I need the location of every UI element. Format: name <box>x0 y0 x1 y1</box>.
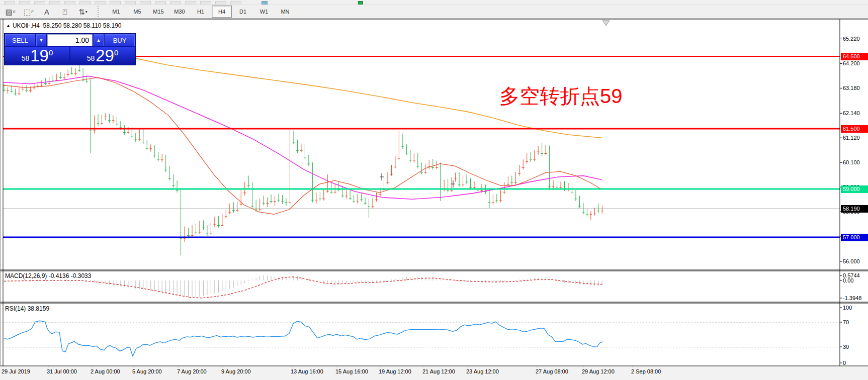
candle-body <box>11 91 13 92</box>
timeframe-button-m30[interactable]: M30 <box>169 6 190 18</box>
buy-button[interactable]: BUY <box>105 34 135 46</box>
candle-body <box>243 193 246 193</box>
candle-body <box>398 158 400 159</box>
collapse-triangle-icon[interactable]: ▲ <box>6 23 11 28</box>
price-axis-tick-label: 65.220 <box>843 36 860 42</box>
timeframe-button-h1[interactable]: H1 <box>191 6 211 18</box>
rsi-axis-tick-label: 70 <box>843 319 849 325</box>
toolbar-separator <box>98 6 102 17</box>
candle-body <box>240 204 242 205</box>
candle-body <box>63 77 65 78</box>
candle-body <box>101 123 103 124</box>
candle-body <box>413 160 415 160</box>
volume-increase-button[interactable]: ▲ <box>94 34 104 46</box>
timeframe-button-m1[interactable]: M1 <box>106 6 126 18</box>
text-label-icon[interactable]: A <box>39 6 54 17</box>
candle-body <box>206 233 208 233</box>
candle-body <box>176 190 179 191</box>
candle-body <box>108 120 111 121</box>
price-axis-tick-label: 60.100 <box>843 159 860 165</box>
sell-price-big: 19 <box>30 47 49 64</box>
toolbar-top-button-stub[interactable] <box>230 1 241 5</box>
candle-body <box>184 238 186 239</box>
symbol-period-label: UKOil-,H4 <box>13 22 40 29</box>
rsi-axis-tick-label: 0 <box>843 360 846 366</box>
candle-body <box>409 160 411 160</box>
candle-body <box>153 156 156 156</box>
candle-body <box>503 192 505 193</box>
toolbar-top-button-stub[interactable] <box>34 1 45 5</box>
candle-body <box>349 198 352 199</box>
candle-body <box>571 192 573 193</box>
toolbar-top-button-stub[interactable] <box>170 1 181 5</box>
toolbar-top-button-stub[interactable] <box>125 1 136 5</box>
sell-price-tile[interactable]: 58 19 0 <box>5 47 69 64</box>
toolbar-top-button-stub[interactable] <box>155 1 166 5</box>
candle-body <box>67 74 69 75</box>
timeframe-button-m15[interactable]: M15 <box>148 6 168 18</box>
macd-axis-tick-label: -1.3948 <box>843 295 861 301</box>
toolbar-top-button-stub[interactable] <box>200 1 211 5</box>
candle-body <box>187 235 190 236</box>
candle-body <box>138 140 141 140</box>
buy-price-tile[interactable]: 58 29 0 <box>70 47 135 64</box>
timeframe-button-w1[interactable]: W1 <box>254 6 274 18</box>
toolbar-top-button-stub[interactable] <box>110 1 121 5</box>
timeframe-button-d1[interactable]: D1 <box>233 6 253 18</box>
sell-button[interactable]: SELL <box>5 34 35 46</box>
ohlc-values: 58.250 58.280 58.110 58.190 <box>43 22 122 29</box>
candle-body <box>401 146 404 147</box>
timeframe-button-h4[interactable]: H4 <box>212 6 232 18</box>
candle-body <box>48 83 50 84</box>
candle-body <box>507 184 509 184</box>
candle-body <box>247 185 250 186</box>
candle-body <box>263 203 265 204</box>
candle-body <box>7 90 9 90</box>
toolbar-top-button-stub[interactable] <box>19 1 30 5</box>
candle-body <box>428 166 430 166</box>
sell-price-small: 58 <box>22 54 30 62</box>
chinese-annotation-text: 多空转折点59 <box>499 85 623 107</box>
toolbar-top-teal-indicator[interactable] <box>262 1 268 5</box>
toolbar-top-green-indicator[interactable] <box>358 1 363 5</box>
candle-body <box>416 166 419 166</box>
indicator-hatch-icon[interactable]: ▨E <box>3 6 18 17</box>
candle-body <box>232 210 235 211</box>
candle-body <box>420 172 423 172</box>
toolbar-top-button-stub[interactable] <box>4 1 15 5</box>
candle-body <box>431 167 434 168</box>
candle-body <box>134 140 137 140</box>
candle-body <box>18 93 20 94</box>
candle-body <box>78 70 80 71</box>
toolbar-top-button-stub[interactable] <box>215 1 226 5</box>
toolbar-top-button-stub[interactable] <box>79 1 91 5</box>
timeframe-button-mn[interactable]: MN <box>275 6 295 18</box>
candle-body <box>556 187 558 187</box>
time-axis-label: 9 Aug 20:00 <box>221 368 251 374</box>
candle-body <box>353 202 355 202</box>
volume-decrease-button[interactable]: ▼ <box>36 34 46 46</box>
time-axis-label: 31 Jul 00:00 <box>47 368 77 374</box>
candle-body <box>481 190 483 191</box>
candle-body <box>578 206 581 207</box>
volume-input[interactable]: 1.00 <box>47 34 93 46</box>
candle-body <box>52 80 54 80</box>
text-box-icon[interactable]: ⍞ <box>57 6 72 17</box>
arrange-arrows-icon[interactable]: ⇅▾ <box>75 6 91 17</box>
candle-body <box>270 201 273 202</box>
candle-body <box>560 187 562 187</box>
candle-body <box>522 167 525 168</box>
grid-icon[interactable]: ⬚F <box>21 6 36 17</box>
toolbar-top-button-stub[interactable] <box>95 1 106 5</box>
candle-body <box>97 123 100 124</box>
candle-body <box>510 182 513 183</box>
level-price-badge: 59.000 <box>841 185 868 193</box>
toolbar-top-button-stub[interactable] <box>185 1 196 5</box>
candle-body <box>458 184 461 185</box>
toolbar-top-button-stub[interactable] <box>64 1 75 5</box>
candle-body <box>164 170 167 170</box>
timeframe-button-m5[interactable]: M5 <box>127 6 147 18</box>
toolbar-top-button-stub[interactable] <box>49 1 60 5</box>
toolbar-top-button-stub[interactable] <box>140 1 151 5</box>
rsi-axis-tick-label: 100 <box>843 305 852 311</box>
